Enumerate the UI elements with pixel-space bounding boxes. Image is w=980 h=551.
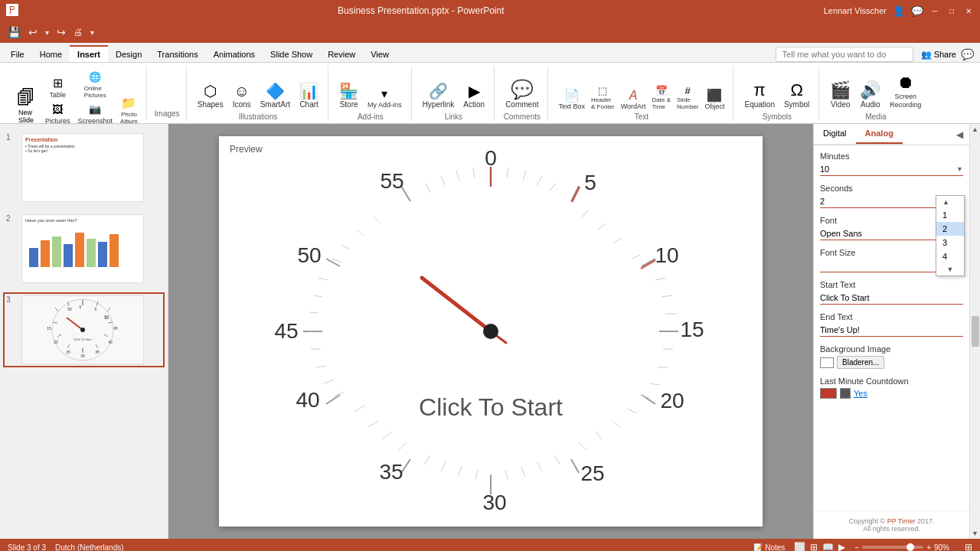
tab-insert[interactable]: Insert xyxy=(70,45,108,62)
slide-preview-main[interactable]: Preview xyxy=(219,136,763,527)
customize-quick-btn[interactable]: ▾ xyxy=(89,28,96,37)
slide-thumb-3[interactable]: 3 0 xyxy=(3,292,165,367)
scroll-thumb[interactable] xyxy=(972,316,979,347)
comment-button[interactable]: 💬 Comment xyxy=(502,77,541,111)
ribbon-group-images: Images xyxy=(149,66,187,121)
wordart-button[interactable]: AWordArt xyxy=(619,88,648,111)
footer-link[interactable]: PP Timer xyxy=(887,517,916,525)
start-text-field[interactable] xyxy=(820,293,963,302)
bg-browse-button[interactable]: Bladeren... xyxy=(837,356,884,369)
footer-year: 2017. xyxy=(915,517,934,525)
store-button[interactable]: 🏪 Store xyxy=(336,80,361,111)
dropdown-item-val-3[interactable]: 3 xyxy=(936,236,964,249)
end-text-field[interactable] xyxy=(820,325,963,334)
svg-line-69 xyxy=(537,462,542,471)
svg-text:50: 50 xyxy=(104,315,109,319)
share-button[interactable]: 👥 Share xyxy=(921,50,956,60)
smartart-button[interactable]: 🔷 SmartArt xyxy=(257,80,293,111)
dropdown-item-val-4[interactable]: 4 xyxy=(936,249,964,263)
tab-analog[interactable]: Analog xyxy=(856,124,903,144)
screen-recording-button[interactable]: ⏺ ScreenRecording xyxy=(887,71,924,111)
zoom-in-btn[interactable]: + xyxy=(926,543,931,552)
language-indicator[interactable]: Dutch (Netherlands) xyxy=(55,543,123,552)
shapes-button[interactable]: ⬡ Shapes xyxy=(194,80,227,111)
scroll-up-arrow[interactable]: ▲ xyxy=(972,126,978,133)
scroll-down-arrow[interactable]: ▼ xyxy=(972,530,978,537)
bg-color-swatch[interactable] xyxy=(820,357,834,368)
tab-review[interactable]: Review xyxy=(320,47,363,62)
action-button[interactable]: ▶ Action xyxy=(460,80,488,111)
tab-home[interactable]: Home xyxy=(32,47,70,62)
new-slide-button[interactable]: 🗐 NewSlide xyxy=(12,86,40,126)
maximize-button[interactable]: □ xyxy=(946,5,957,16)
tab-file[interactable]: File xyxy=(3,47,32,62)
chart-button[interactable]: 📊 Chart xyxy=(296,80,322,111)
undo-quick-btn[interactable]: ↩ xyxy=(27,26,39,38)
slide-number-button[interactable]: #SlideNumber xyxy=(675,84,701,111)
fit-slide-btn[interactable]: ⊞ xyxy=(965,542,972,551)
dropdown-item-val-1[interactable]: 1 xyxy=(936,208,964,222)
tab-digital[interactable]: Digital xyxy=(814,124,856,144)
slide-thumb-1[interactable]: 1 Presentation • There will be a present… xyxy=(3,130,165,205)
illustrations-label: Illustrations xyxy=(239,112,278,121)
dropdown-scroll-up[interactable]: ▲ xyxy=(942,198,949,206)
zoom-out-btn[interactable]: − xyxy=(854,543,859,552)
icons-button[interactable]: ☺ Icons xyxy=(230,81,254,111)
last-minute-swatch-dark[interactable] xyxy=(840,388,851,399)
minimize-button[interactable]: ─ xyxy=(929,5,940,16)
notes-button[interactable]: 📝 Notes xyxy=(753,543,785,552)
tab-view[interactable]: View xyxy=(363,47,397,62)
photo-album-button[interactable]: 📁 PhotoAlbum xyxy=(118,95,140,126)
svg-line-85 xyxy=(309,312,318,313)
tab-slideshow[interactable]: Slide Show xyxy=(263,47,320,62)
right-scrollbar[interactable]: ▲ ▼ xyxy=(969,124,980,539)
object-button[interactable]: ⬛Object xyxy=(702,87,727,111)
undo-arrow-btn[interactable]: ▾ xyxy=(44,28,51,37)
last-minute-swatch-red[interactable] xyxy=(820,388,837,399)
panel-collapse-btn[interactable]: ◀ xyxy=(950,126,969,143)
header-footer-button[interactable]: ⬚Header& Footer xyxy=(589,84,617,111)
bg-image-label: Background Image xyxy=(820,344,963,354)
symbol-button[interactable]: Ω Symbol xyxy=(781,79,812,111)
equation-button[interactable]: π Equation xyxy=(741,79,777,111)
svg-line-68 xyxy=(554,455,560,464)
slideshow-view-icon[interactable]: ▶ xyxy=(838,542,845,551)
slide-sorter-icon[interactable]: ⊞ xyxy=(810,542,818,551)
start-text-input xyxy=(820,292,963,305)
svg-line-93 xyxy=(441,176,445,185)
tab-animations[interactable]: Animations xyxy=(206,47,263,62)
minutes-arrow[interactable]: ▼ xyxy=(956,165,963,173)
svg-line-78 xyxy=(368,421,378,427)
tab-design[interactable]: Design xyxy=(108,47,149,62)
reading-view-icon[interactable]: 📖 xyxy=(822,542,834,551)
redo-quick-btn[interactable]: ↪ xyxy=(55,26,67,38)
hyperlink-button[interactable]: 🔗 Hyperlink xyxy=(420,80,458,111)
save-quick-btn[interactable]: 💾 xyxy=(6,26,22,38)
seconds-dropdown[interactable]: ▲ 1 2 3 4 ▼ xyxy=(936,195,965,276)
zoom-slider[interactable] xyxy=(862,546,923,549)
tab-transitions[interactable]: Transitions xyxy=(149,47,205,62)
dropdown-item-1[interactable]: ▲ xyxy=(936,196,964,208)
normal-view-icon[interactable]: ⬜ xyxy=(794,542,805,551)
audio-button[interactable]: 🔊 Audio xyxy=(857,79,884,111)
table-button[interactable]: ⊞ Table xyxy=(43,75,73,99)
minutes-field[interactable] xyxy=(820,165,956,174)
screenshot-button[interactable]: 📷 Screenshot xyxy=(76,101,116,126)
print-quick-btn[interactable]: 🖨 xyxy=(72,27,84,37)
comment-ribbon-btn[interactable]: 💬 xyxy=(961,48,974,60)
video-button[interactable]: 🎬 Video xyxy=(827,79,854,111)
zoom-level[interactable]: 90% xyxy=(934,543,956,552)
textbox-button[interactable]: 📄Text Box xyxy=(556,87,587,111)
svg-line-86 xyxy=(313,295,322,297)
online-pictures-button[interactable]: 🌐 OnlinePictures xyxy=(76,69,116,99)
close-button[interactable]: ✕ xyxy=(963,5,974,16)
slide-thumb-2[interactable]: 2 Have you ever seen this? xyxy=(3,211,165,286)
search-input[interactable] xyxy=(776,47,913,62)
dropdown-scroll-down[interactable]: ▼ xyxy=(936,263,964,276)
zoom-handle[interactable] xyxy=(906,543,914,551)
pictures-button[interactable]: 🖼 Pictures xyxy=(43,101,73,126)
dropdown-item-val-2[interactable]: 2 xyxy=(936,222,964,236)
last-minute-yes[interactable]: Yes xyxy=(854,389,867,398)
date-time-button[interactable]: 📅Date &Time xyxy=(650,84,673,111)
my-addins-button[interactable]: ▾ My Add-ins xyxy=(364,85,405,111)
